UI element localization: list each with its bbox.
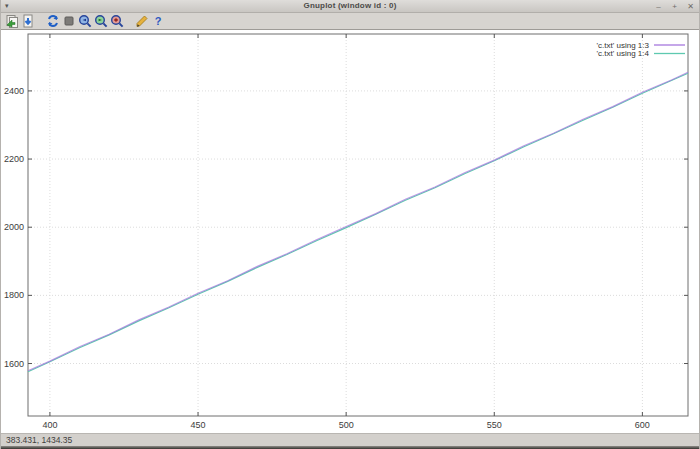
zoom-previous-icon: [78, 14, 92, 28]
export-icon: [21, 14, 35, 28]
series-lines: [28, 72, 688, 372]
legend: 'c.txt' using 1:3'c.txt' using 1:4: [597, 41, 685, 59]
statusbar: 383.431, 1434.35: [1, 433, 699, 446]
window-menu-icon[interactable]: ▾: [5, 1, 9, 11]
y-tick-label: 2200: [4, 154, 24, 164]
x-tick-label: 500: [339, 420, 354, 430]
copy-icon: [5, 14, 19, 28]
legend-label: 'c.txt' using 1:4: [597, 49, 650, 58]
maximize-icon[interactable]: +: [670, 1, 679, 12]
plot-canvas[interactable]: 40045050055060016001800200022002400'c.tx…: [1, 30, 699, 433]
series-line: [28, 73, 688, 372]
minimize-icon[interactable]: –: [654, 1, 663, 12]
window-title: Gnuplot (window id : 0): [1, 0, 699, 12]
gnuplot-window: ▾ Gnuplot (window id : 0) – + ✕: [0, 0, 700, 449]
toolbar: ?: [1, 13, 699, 30]
replot-button[interactable]: [45, 14, 61, 29]
grid-icon: [62, 14, 76, 28]
mouse-coordinates: 383.431, 1434.35: [6, 435, 72, 445]
y-tick-label: 1600: [4, 359, 24, 369]
pencil-icon: [135, 14, 149, 28]
help-button[interactable]: ?: [150, 14, 166, 29]
x-tick-label: 550: [487, 420, 502, 430]
titlebar[interactable]: ▾ Gnuplot (window id : 0) – + ✕: [1, 0, 699, 13]
y-tick-label: 1800: [4, 290, 24, 300]
close-icon[interactable]: ✕: [686, 1, 695, 12]
autoscale-icon: [110, 14, 124, 28]
help-icon: ?: [155, 15, 162, 28]
series-line: [28, 72, 688, 371]
edit-settings-button[interactable]: [134, 14, 150, 29]
y-tick-label: 2400: [4, 86, 24, 96]
toggle-grid-button[interactable]: [61, 14, 77, 29]
zoom-previous-button[interactable]: [77, 14, 93, 29]
zoom-next-button[interactable]: [93, 14, 109, 29]
grid: [28, 34, 688, 416]
copy-to-clipboard-button[interactable]: [4, 14, 20, 29]
chart-svg[interactable]: 40045050055060016001800200022002400'c.tx…: [1, 30, 700, 433]
x-tick-label: 450: [191, 420, 206, 430]
replot-icon: [46, 14, 60, 28]
x-tick-label: 600: [635, 420, 650, 430]
y-tick-label: 2000: [4, 222, 24, 232]
x-tick-label: 400: [42, 420, 57, 430]
zoom-next-icon: [94, 14, 108, 28]
autoscale-button[interactable]: [109, 14, 125, 29]
export-plot-button[interactable]: [20, 14, 36, 29]
